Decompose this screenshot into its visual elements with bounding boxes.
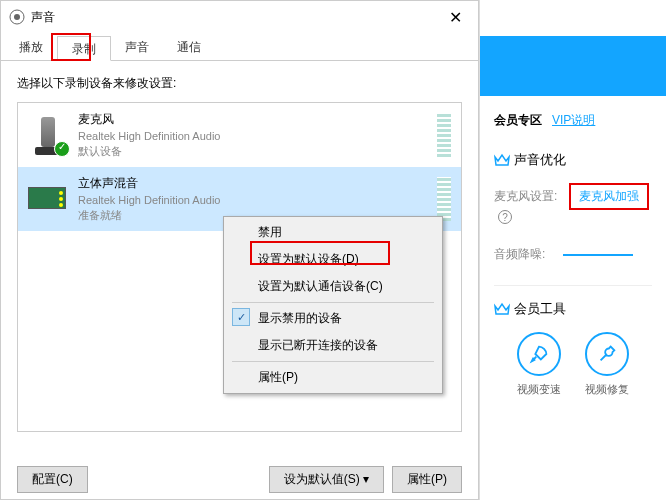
tab-sounds[interactable]: 声音 <box>111 35 163 60</box>
section-label: 会员工具 <box>514 300 566 318</box>
menu-show-disconnected[interactable]: 显示已断开连接的设备 <box>226 332 440 359</box>
mic-setting-row: 麦克风设置: 麦克风加强 ? <box>494 183 652 224</box>
menu-label: 显示禁用的设备 <box>258 311 342 325</box>
tool-icons: 视频变速 视频修复 <box>494 332 652 397</box>
side-panel: 会员专区 VIP说明 声音优化 麦克风设置: 麦克风加强 ? 音频降噪: 会员工… <box>479 0 666 500</box>
device-status: 默认设备 <box>78 144 437 159</box>
context-menu: 禁用 设置为默认设备(D) 设置为默认通信设备(C) ✓ 显示禁用的设备 显示已… <box>223 216 443 394</box>
bottom-buttons: 配置(C) 设为默认值(S) ▾ 属性(P) <box>1 460 478 499</box>
tab-bar: 播放 录制 声音 通信 <box>1 33 478 61</box>
sound-dialog: 声音 ✕ 播放 录制 声音 通信 选择以下录制设备来修改设置: 麦克风 Real… <box>0 0 479 500</box>
svg-point-1 <box>14 14 20 20</box>
vip-link[interactable]: VIP说明 <box>552 113 595 127</box>
microphone-icon <box>28 115 68 155</box>
vip-section-label: 会员专区 <box>494 113 542 127</box>
default-check-icon <box>54 141 70 157</box>
noise-slider[interactable] <box>563 254 633 256</box>
configure-button[interactable]: 配置(C) <box>17 466 88 493</box>
section-label: 声音优化 <box>514 151 566 169</box>
set-default-button[interactable]: 设为默认值(S) ▾ <box>269 466 384 493</box>
window-title: 声音 <box>31 9 440 26</box>
crown-icon <box>494 153 510 167</box>
tab-recording[interactable]: 录制 <box>57 36 111 61</box>
level-meter <box>437 177 451 221</box>
close-button[interactable]: ✕ <box>440 8 470 27</box>
device-desc: Realtek High Definition Audio <box>78 130 437 142</box>
mic-setting-label: 麦克风设置: <box>494 189 557 203</box>
sound-opt-title: 声音优化 <box>494 151 652 169</box>
divider <box>494 285 652 286</box>
tab-communications[interactable]: 通信 <box>163 35 215 60</box>
menu-set-default[interactable]: 设置为默认设备(D) <box>226 246 440 273</box>
vip-tools-title: 会员工具 <box>494 300 652 318</box>
sound-icon <box>9 9 25 25</box>
tool-label: 视频修复 <box>585 382 629 397</box>
device-desc: Realtek High Definition Audio <box>78 194 437 206</box>
menu-disable[interactable]: 禁用 <box>226 219 440 246</box>
device-item-mic[interactable]: 麦克风 Realtek High Definition Audio 默认设备 <box>18 103 461 167</box>
mic-boost-link[interactable]: 麦克风加强 <box>569 183 649 210</box>
menu-properties[interactable]: 属性(P) <box>226 364 440 391</box>
device-info: 麦克风 Realtek High Definition Audio 默认设备 <box>78 111 437 159</box>
tool-repair[interactable]: 视频修复 <box>585 332 629 397</box>
tab-playback[interactable]: 播放 <box>5 35 57 60</box>
wrench-icon <box>585 332 629 376</box>
help-icon[interactable]: ? <box>498 210 512 224</box>
side-content: 会员专区 VIP说明 声音优化 麦克风设置: 麦克风加强 ? 音频降噪: 会员工… <box>480 96 666 413</box>
check-icon: ✓ <box>232 308 250 326</box>
menu-show-disabled[interactable]: ✓ 显示禁用的设备 <box>226 305 440 332</box>
tool-label: 视频变速 <box>517 382 561 397</box>
noise-reduce-label: 音频降噪: <box>494 247 545 261</box>
vip-section-row: 会员专区 VIP说明 <box>494 112 652 129</box>
instruction-text: 选择以下录制设备来修改设置: <box>17 75 462 92</box>
properties-button[interactable]: 属性(P) <box>392 466 462 493</box>
menu-separator <box>232 361 434 362</box>
rocket-icon <box>517 332 561 376</box>
side-banner <box>480 36 666 96</box>
title-bar: 声音 ✕ <box>1 1 478 33</box>
tool-speed[interactable]: 视频变速 <box>517 332 561 397</box>
soundcard-icon <box>28 179 68 219</box>
device-name: 麦克风 <box>78 111 437 128</box>
device-name: 立体声混音 <box>78 175 437 192</box>
crown-icon <box>494 302 510 316</box>
menu-set-default-comm[interactable]: 设置为默认通信设备(C) <box>226 273 440 300</box>
menu-separator <box>232 302 434 303</box>
noise-reduce-row: 音频降噪: <box>494 246 652 263</box>
level-meter <box>437 113 451 157</box>
